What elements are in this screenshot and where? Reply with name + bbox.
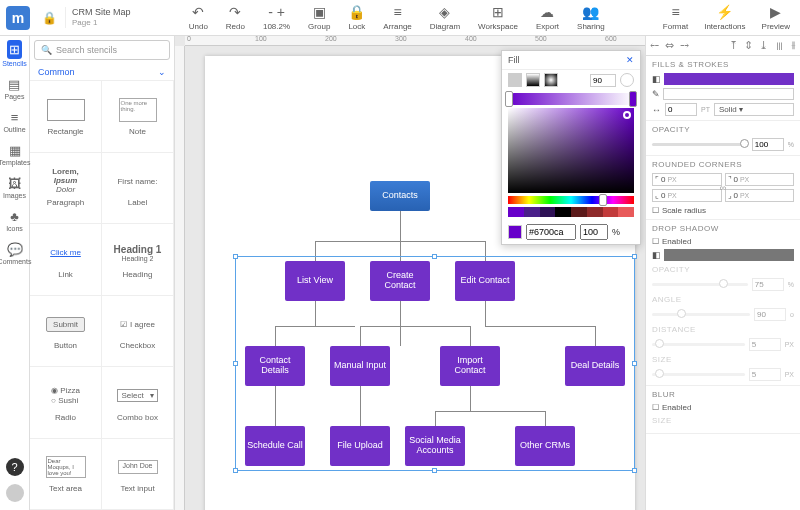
shadow-enabled-checkbox[interactable]: ☐Enabled <box>652 237 794 246</box>
zoom-control[interactable]: - +108.2% <box>263 4 290 31</box>
opacity-value[interactable] <box>752 138 784 151</box>
stroke-color[interactable] <box>663 88 794 100</box>
rail-images[interactable]: 🖼Images <box>3 176 26 199</box>
lock-button[interactable]: 🔒Lock <box>348 4 365 31</box>
rail-templates[interactable]: ▦Templates <box>0 143 30 166</box>
fill-icon[interactable]: ◧ <box>652 74 661 84</box>
category-header[interactable]: Common⌄ <box>30 64 174 81</box>
preview-icon: ▶ <box>770 4 781 20</box>
shadow-opacity-slider[interactable] <box>652 283 748 286</box>
selection-box[interactable] <box>235 256 635 471</box>
user-avatar[interactable] <box>6 484 24 502</box>
rail-outline[interactable]: ≡Outline <box>3 110 25 133</box>
zoom-icon: - + <box>268 4 285 20</box>
align-bottom-icon[interactable]: ⤓ <box>759 39 768 52</box>
diagram-button[interactable]: ◈Diagram <box>430 4 460 31</box>
shadow-distance-slider[interactable] <box>652 343 745 346</box>
undo-button[interactable]: ↶Undo <box>189 4 208 31</box>
stencil-note[interactable]: One more thing.Note <box>102 81 174 153</box>
stroke-icon[interactable]: ✎ <box>652 89 660 99</box>
stencil-heading[interactable]: Heading 1Heading 2Heading <box>102 224 174 296</box>
stroke-style-select[interactable]: Solid ▾ <box>714 103 794 116</box>
shadow-color[interactable] <box>664 249 794 261</box>
stencils-panel: 🔍Search stencils Common⌄ Rectangle One m… <box>30 36 175 510</box>
fill-color[interactable] <box>664 73 794 85</box>
gradient-bar[interactable] <box>508 93 634 105</box>
inspector-panel: ⤌⇔⤍ ⤒⇕⤓ ⫼⫵ FILLS & STROKES ◧ ✎ ↔ PT Soli… <box>645 36 800 510</box>
hue-slider[interactable] <box>508 196 634 204</box>
diagram-icon: ◈ <box>439 4 450 20</box>
interactions-button[interactable]: ⚡Interactions <box>704 4 745 31</box>
opacity-slider[interactable] <box>652 143 748 146</box>
blur-enabled-checkbox[interactable]: ☐Enabled <box>652 403 794 412</box>
export-icon: ☁ <box>540 4 554 20</box>
corner-bl[interactable]: ⌞ 0 PX <box>652 189 722 202</box>
linear-fill-tab[interactable] <box>526 73 540 87</box>
format-button[interactable]: ≡Format <box>663 4 688 31</box>
shadow-size-slider[interactable] <box>652 373 745 376</box>
corner-tl[interactable]: ⌜ 0 PX <box>652 173 722 186</box>
angle-icon[interactable] <box>620 73 634 87</box>
rail-icons[interactable]: ♣Icons <box>6 209 23 232</box>
workspace-button[interactable]: ⊞Workspace <box>478 4 518 31</box>
rail-stencils[interactable]: ⊞Stencils <box>2 40 27 67</box>
radial-fill-tab[interactable] <box>544 73 558 87</box>
group-button[interactable]: ▣Group <box>308 4 330 31</box>
shadow-size-value[interactable] <box>749 368 781 381</box>
stencils-icon: ⊞ <box>7 40 22 59</box>
corner-br[interactable]: ⌟ 0 PX <box>725 189 795 202</box>
node-contacts[interactable]: Contacts <box>370 181 430 211</box>
color-field[interactable] <box>508 108 634 193</box>
alpha-input[interactable] <box>580 224 608 240</box>
stencil-paragraph[interactable]: Lorem,IpsumDolorParagraph <box>30 153 102 225</box>
align-center-icon[interactable]: ⇔ <box>665 39 674 52</box>
solid-fill-tab[interactable] <box>508 73 522 87</box>
stencil-radio[interactable]: ◉ Pizza○ SushiRadio <box>30 367 102 439</box>
shadow-opacity-value[interactable] <box>752 278 784 291</box>
recent-colors[interactable] <box>508 207 634 217</box>
redo-button[interactable]: ↷Redo <box>226 4 245 31</box>
align-middle-icon[interactable]: ⇕ <box>744 39 753 52</box>
stencil-rectangle[interactable]: Rectangle <box>30 81 102 153</box>
corner-tr[interactable]: ⌝ 0 PX <box>725 173 795 186</box>
scale-radius-checkbox[interactable]: ☐Scale radius <box>652 206 794 215</box>
close-icon[interactable]: ✕ <box>626 55 634 65</box>
app-logo[interactable]: m <box>6 6 30 30</box>
stencil-label[interactable]: First name:Label <box>102 153 174 225</box>
distribute-h-icon[interactable]: ⫼ <box>774 39 785 52</box>
preview-button[interactable]: ▶Preview <box>762 4 790 31</box>
align-right-icon[interactable]: ⤍ <box>680 39 689 52</box>
shadow-distance-value[interactable] <box>749 338 781 351</box>
stencil-textinput[interactable]: John DoeText input <box>102 439 174 511</box>
fill-color-panel: Fill✕ % <box>501 50 641 245</box>
rail-comments[interactable]: 💬Comments <box>0 242 31 265</box>
help-button[interactable]: ? <box>6 458 24 476</box>
rail-pages[interactable]: ▤Pages <box>5 77 25 100</box>
stencil-combo[interactable]: Select▾Combo box <box>102 367 174 439</box>
sharing-button[interactable]: 👥Sharing <box>577 4 605 31</box>
stroke-width-icon: ↔ <box>652 105 661 115</box>
stencil-checkbox[interactable]: ☑I agreeCheckbox <box>102 296 174 368</box>
hex-input[interactable] <box>526 224 576 240</box>
file-info[interactable]: CRM Site Map Page 1 <box>65 7 131 27</box>
templates-icon: ▦ <box>9 143 21 158</box>
distribute-v-icon[interactable]: ⫵ <box>791 39 796 52</box>
align-left-icon[interactable]: ⤌ <box>650 39 659 52</box>
stroke-width-input[interactable] <box>665 103 697 116</box>
shadow-angle-slider[interactable] <box>652 313 750 316</box>
shadow-angle-value[interactable] <box>754 308 786 321</box>
lock-icon[interactable]: 🔒 <box>42 11 57 25</box>
stencil-link[interactable]: Click meLink <box>30 224 102 296</box>
canvas[interactable]: 0100200300400500600 Contacts List View C… <box>175 36 645 510</box>
arrange-button[interactable]: ≡Arrange <box>383 4 411 31</box>
stencil-textarea[interactable]: Dear Moqups, I love you!Text area <box>30 439 102 511</box>
format-icon: ≡ <box>671 4 679 20</box>
search-input[interactable]: 🔍Search stencils <box>34 40 170 60</box>
export-button[interactable]: ☁Export <box>536 4 559 31</box>
link-corners-icon[interactable]: ∞ <box>720 183 726 193</box>
stencil-button[interactable]: SubmitButton <box>30 296 102 368</box>
opacity-input[interactable] <box>590 74 616 87</box>
align-top-icon[interactable]: ⤒ <box>729 39 738 52</box>
search-icon: 🔍 <box>41 45 52 55</box>
shadow-color-icon[interactable]: ◧ <box>652 250 661 260</box>
